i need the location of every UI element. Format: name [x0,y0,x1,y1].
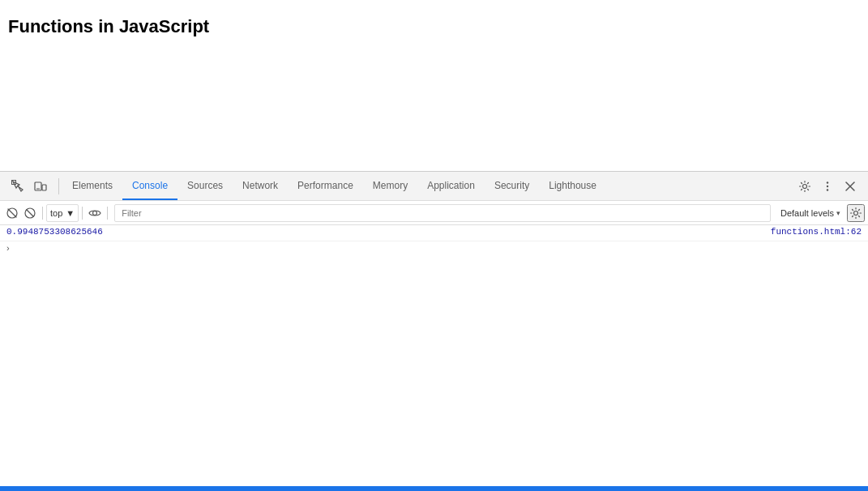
console-line-1: 0.9948753308625646 functions.html:62 [0,225,868,241]
devtools-toolbar: Elements Console Sources Network Perform… [0,172,868,201]
context-value: top [50,208,62,218]
device-toolbar-button[interactable] [31,177,50,196]
context-selector[interactable]: top ▼ [46,204,79,222]
tab-performance[interactable]: Performance [288,172,363,200]
console-separator-3 [107,207,108,220]
svg-point-7 [827,189,828,190]
tab-console[interactable]: Console [122,172,177,200]
console-prompt-line: › [0,241,868,254]
svg-line-13 [27,210,33,216]
default-levels-label: Default levels [780,208,834,218]
block-button[interactable] [21,204,39,222]
settings-button[interactable] [795,177,815,196]
default-levels-dropdown[interactable]: Default levels ▾ [774,204,847,222]
console-output-source[interactable]: functions.html:62 [771,227,862,237]
devtools-panel: Elements Console Sources Network Perform… [0,171,868,491]
filter-input[interactable] [114,204,771,222]
svg-line-11 [8,209,16,217]
svg-rect-2 [42,185,46,190]
console-toolbar: top ▼ Default levels ▾ [0,201,868,225]
svg-point-6 [827,185,828,186]
tab-elements[interactable]: Elements [62,172,122,200]
console-separator-1 [42,207,43,220]
toolbar-right-icons [790,177,865,196]
tab-lighthouse[interactable]: Lighthouse [539,172,606,200]
svg-point-14 [93,211,97,215]
console-output-value: 0.9948753308625646 [6,227,103,237]
console-output: 0.9948753308625646 functions.html:62 › [0,225,868,491]
more-options-button[interactable] [818,177,837,196]
page-content: Functions in JavaScript [0,0,868,170]
tab-memory[interactable]: Memory [363,172,417,200]
clear-console-button[interactable] [3,204,21,222]
devtools-tabs: Elements Console Sources Network Perform… [62,172,790,200]
console-prompt-arrow: › [6,243,10,253]
tab-sources[interactable]: Sources [177,172,233,200]
eye-button[interactable] [86,204,104,222]
console-settings-button[interactable] [847,204,865,222]
svg-point-5 [827,181,828,183]
svg-point-15 [854,211,858,215]
tab-security[interactable]: Security [485,172,539,200]
close-devtools-button[interactable] [840,177,860,196]
toolbar-separator-1 [58,178,59,194]
tab-network[interactable]: Network [233,172,288,200]
context-dropdown-arrow: ▼ [66,208,75,218]
default-levels-arrow: ▾ [836,209,840,217]
tab-application[interactable]: Application [417,172,485,200]
inspect-element-button[interactable] [8,177,28,196]
page-title: Functions in JavaScript [8,16,860,37]
devtools-icons-left [3,177,55,196]
svg-point-4 [803,184,807,188]
bottom-bar [0,486,868,491]
console-separator-2 [82,207,83,220]
